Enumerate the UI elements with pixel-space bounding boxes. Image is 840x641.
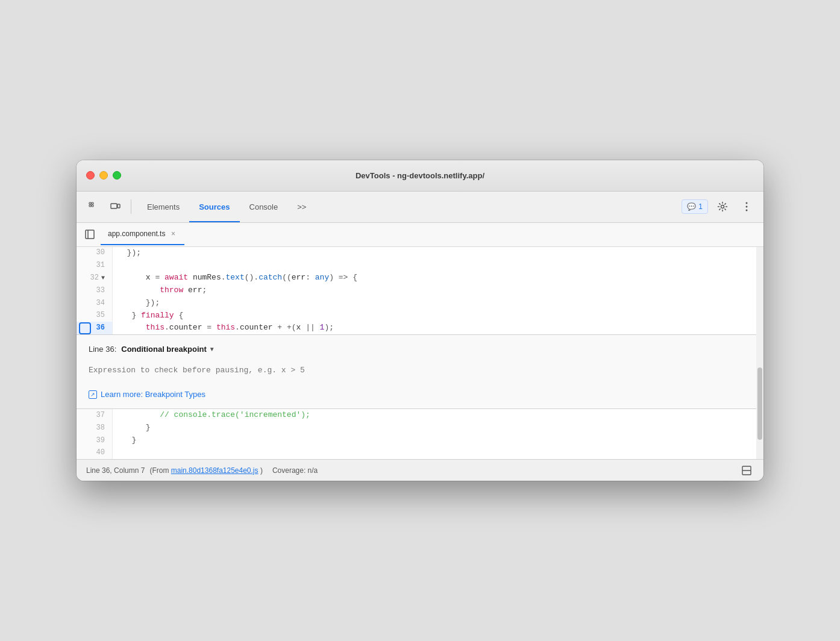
code-area: 30 }); 31 32 ▼ — [77, 247, 763, 460]
toolbar-separator — [131, 199, 131, 214]
table-row: 31 — [77, 259, 756, 272]
svg-rect-10 — [86, 230, 94, 239]
svg-rect-1 — [92, 202, 93, 204]
title-bar: DevTools - ng-devtools.netlify.app/ — [77, 160, 763, 192]
table-row: 38 } — [77, 422, 756, 434]
line-number: 37 — [77, 409, 113, 422]
quick-source-button[interactable] — [739, 463, 754, 478]
tab-sources[interactable]: Sources — [189, 191, 239, 222]
line-content: } — [113, 434, 756, 447]
svg-point-9 — [746, 210, 748, 211]
minimize-button[interactable] — [99, 171, 108, 180]
line-number-active: 36 — [77, 322, 113, 334]
line-content: }); — [113, 297, 756, 310]
status-bar: Line 36, Column 7 (From main.80d1368fa12… — [77, 459, 763, 481]
scrollbar-thumb[interactable] — [757, 367, 762, 440]
source-info: (From main.80d1368fa125e4e0.js ) — [149, 466, 262, 475]
traffic-lights — [86, 171, 121, 180]
table-row: 37 // console.trace('incremented'); — [77, 409, 756, 422]
line-number: 34 — [77, 297, 113, 310]
line-content — [113, 259, 756, 272]
line-content: }); — [113, 247, 756, 260]
table-row: 39 } — [77, 434, 756, 447]
cursor-position: Line 36, Column 7 — [86, 466, 145, 475]
learn-more-link[interactable]: Learn more: Breakpoint Types — [101, 390, 205, 399]
external-link-icon — [89, 390, 97, 399]
breakpoint-header: Line 36: Conditional breakpoint ▼ — [89, 345, 744, 354]
code-table: 30 }); 31 32 ▼ — [77, 247, 756, 335]
svg-point-7 — [746, 202, 748, 204]
svg-rect-0 — [89, 202, 91, 204]
line-content: x = await numRes.text().catch((err: any)… — [113, 272, 756, 284]
coverage-label: Coverage: n/a — [272, 466, 318, 475]
line-content: } — [113, 422, 756, 434]
file-tab-close-button[interactable]: × — [169, 230, 177, 238]
breakpoint-learn-more: Learn more: Breakpoint Types — [89, 390, 744, 399]
toolbar-right: 💬 1 — [682, 197, 756, 216]
svg-rect-3 — [92, 205, 93, 207]
console-badge-button[interactable]: 💬 1 — [682, 199, 708, 214]
tab-elements[interactable]: Elements — [137, 191, 189, 222]
maximize-button[interactable] — [113, 171, 121, 180]
settings-button[interactable] — [713, 197, 732, 216]
vertical-scrollbar[interactable] — [756, 247, 763, 460]
line-content: // console.trace('incremented'); — [113, 409, 756, 422]
tab-more[interactable]: >> — [287, 191, 316, 222]
line-number: 32 ▼ — [77, 272, 113, 284]
gear-icon — [717, 201, 728, 212]
line-content-active: this.counter = this.counter + +(x || 1); — [113, 322, 756, 334]
file-tab-app-component[interactable]: app.component.ts × — [101, 224, 184, 245]
file-tab-name: app.component.ts — [108, 230, 165, 238]
source-file-link[interactable]: main.80d1368fa125e4e0.js — [171, 466, 259, 475]
more-options-button[interactable] — [737, 197, 756, 216]
code-table-after: 37 // console.trace('incremented'); 38 }… — [77, 409, 756, 459]
window-title: DevTools - ng-devtools.netlify.app/ — [356, 171, 484, 180]
tab-console[interactable]: Console — [240, 191, 288, 222]
table-row: 33 throw err; — [77, 284, 756, 297]
main-toolbar: Elements Sources Console >> 💬 1 — [77, 192, 763, 223]
panel-icon — [84, 229, 95, 240]
line-content: } finally { — [113, 310, 756, 322]
device-toolbar-button[interactable] — [105, 197, 125, 216]
breakpoint-line-label: Line 36: — [89, 345, 116, 354]
sidebar-toggle-button[interactable] — [81, 226, 98, 243]
dots-vertical-icon — [745, 202, 748, 211]
line-number: 39 — [77, 434, 113, 447]
file-tab-bar: app.component.ts × — [77, 223, 763, 247]
svg-rect-4 — [111, 204, 117, 208]
table-row: 35 } finally { — [77, 310, 756, 322]
line-number: 38 — [77, 422, 113, 434]
svg-rect-5 — [118, 204, 120, 208]
line-number: 33 — [77, 284, 113, 297]
code-container: 30 }); 31 32 ▼ — [77, 247, 756, 460]
code-lines[interactable]: 30 }); 31 32 ▼ — [77, 247, 756, 460]
table-row: 34 }); — [77, 297, 756, 310]
breakpoint-expression-input[interactable] — [89, 361, 744, 380]
cursor-icon — [88, 201, 99, 212]
status-right-icons — [739, 463, 754, 478]
svg-point-6 — [721, 205, 724, 208]
layout-icon — [742, 466, 751, 475]
table-row: 40 — [77, 447, 756, 460]
line-number: 30 — [77, 247, 113, 260]
table-row: 32 ▼ x = await numRes.text().catch((err:… — [77, 272, 756, 284]
line-content: throw err; — [113, 284, 756, 297]
line-number: 40 — [77, 447, 113, 460]
line-number: 35 — [77, 310, 113, 322]
inspect-element-button[interactable] — [84, 197, 103, 216]
svg-rect-2 — [89, 205, 91, 207]
close-button[interactable] — [86, 171, 95, 180]
svg-point-8 — [746, 206, 748, 208]
breakpoint-popup: Line 36: Conditional breakpoint ▼ Learn … — [77, 334, 756, 409]
more-tabs-icon: >> — [297, 202, 306, 211]
breakpoint-type-select[interactable]: Conditional breakpoint ▼ — [121, 345, 215, 354]
chat-icon: 💬 — [687, 202, 696, 211]
device-icon — [110, 201, 121, 212]
devtools-window: DevTools - ng-devtools.netlify.app/ Elem… — [77, 160, 763, 481]
table-row: 36 this.counter = this.counter + +(x || … — [77, 322, 756, 334]
line-content — [113, 447, 756, 460]
main-tabs: Elements Sources Console >> — [137, 191, 679, 222]
line-number: 31 — [77, 259, 113, 272]
table-row: 30 }); — [77, 247, 756, 260]
